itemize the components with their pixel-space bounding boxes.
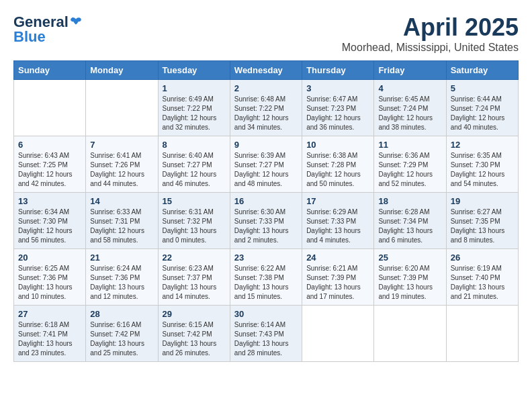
day-number: 13: [18, 196, 81, 206]
calendar-cell: 20Sunrise: 6:25 AM Sunset: 7:36 PM Dayli…: [14, 249, 86, 306]
weekday-header-saturday: Saturday: [446, 61, 518, 80]
calendar-cell: 26Sunrise: 6:19 AM Sunset: 7:40 PM Dayli…: [446, 249, 518, 306]
day-number: 6: [18, 140, 81, 150]
weekday-header-thursday: Thursday: [302, 61, 374, 80]
day-number: 15: [163, 196, 226, 206]
day-number: 27: [18, 309, 81, 319]
calendar-cell: 15Sunrise: 6:31 AM Sunset: 7:32 PM Dayli…: [158, 193, 230, 249]
calendar-cell: 27Sunrise: 6:18 AM Sunset: 7:41 PM Dayli…: [14, 306, 86, 362]
calendar-cell: 13Sunrise: 6:34 AM Sunset: 7:30 PM Dayli…: [14, 193, 86, 249]
day-number: 25: [378, 253, 441, 263]
day-info: Sunrise: 6:30 AM Sunset: 7:33 PM Dayligh…: [234, 208, 298, 245]
calendar-cell: 30Sunrise: 6:14 AM Sunset: 7:43 PM Dayli…: [230, 306, 302, 362]
calendar-table: SundayMondayTuesdayWednesdayThursdayFrid…: [13, 60, 519, 362]
day-number: 18: [378, 196, 441, 206]
calendar-cell: 7Sunrise: 6:41 AM Sunset: 7:26 PM Daylig…: [86, 136, 158, 193]
calendar-cell: 24Sunrise: 6:21 AM Sunset: 7:39 PM Dayli…: [302, 249, 374, 306]
calendar-week-row: 1Sunrise: 6:49 AM Sunset: 7:22 PM Daylig…: [14, 80, 519, 136]
page-header: General Blue April 2025 Moorhead, Missis…: [13, 13, 519, 54]
day-number: 20: [18, 253, 81, 263]
day-info: Sunrise: 6:15 AM Sunset: 7:42 PM Dayligh…: [163, 320, 226, 358]
calendar-header-row: SundayMondayTuesdayWednesdayThursdayFrid…: [14, 61, 519, 80]
calendar-cell: [302, 306, 374, 362]
day-info: Sunrise: 6:29 AM Sunset: 7:33 PM Dayligh…: [306, 208, 369, 245]
day-number: 4: [378, 83, 441, 93]
day-number: 14: [90, 196, 153, 206]
day-number: 19: [451, 196, 514, 206]
calendar-cell: [86, 80, 158, 136]
day-info: Sunrise: 6:45 AM Sunset: 7:24 PM Dayligh…: [378, 95, 441, 132]
weekday-header-tuesday: Tuesday: [158, 61, 230, 80]
day-info: Sunrise: 6:44 AM Sunset: 7:24 PM Dayligh…: [451, 95, 514, 132]
day-info: Sunrise: 6:47 AM Sunset: 7:23 PM Dayligh…: [306, 95, 369, 132]
calendar-cell: 4Sunrise: 6:45 AM Sunset: 7:24 PM Daylig…: [374, 80, 446, 136]
calendar-week-row: 20Sunrise: 6:25 AM Sunset: 7:36 PM Dayli…: [14, 249, 519, 306]
day-number: 5: [451, 83, 514, 93]
day-info: Sunrise: 6:22 AM Sunset: 7:38 PM Dayligh…: [234, 264, 298, 302]
day-info: Sunrise: 6:14 AM Sunset: 7:43 PM Dayligh…: [234, 320, 298, 358]
day-info: Sunrise: 6:41 AM Sunset: 7:26 PM Dayligh…: [90, 151, 153, 189]
calendar-cell: 11Sunrise: 6:36 AM Sunset: 7:29 PM Dayli…: [374, 136, 446, 193]
logo-blue: Blue: [13, 28, 46, 46]
day-number: 3: [306, 83, 369, 93]
calendar-cell: [446, 306, 518, 362]
day-number: 24: [306, 253, 369, 263]
logo: General Blue: [13, 13, 82, 46]
day-info: Sunrise: 6:48 AM Sunset: 7:22 PM Dayligh…: [234, 95, 298, 132]
calendar-cell: 10Sunrise: 6:38 AM Sunset: 7:28 PM Dayli…: [302, 136, 374, 193]
calendar-cell: 14Sunrise: 6:33 AM Sunset: 7:31 PM Dayli…: [86, 193, 158, 249]
calendar-week-row: 27Sunrise: 6:18 AM Sunset: 7:41 PM Dayli…: [14, 306, 519, 362]
calendar-cell: 1Sunrise: 6:49 AM Sunset: 7:22 PM Daylig…: [158, 80, 230, 136]
calendar-cell: 28Sunrise: 6:16 AM Sunset: 7:42 PM Dayli…: [86, 306, 158, 362]
calendar-cell: 9Sunrise: 6:39 AM Sunset: 7:27 PM Daylig…: [230, 136, 302, 193]
calendar-cell: 21Sunrise: 6:24 AM Sunset: 7:36 PM Dayli…: [86, 249, 158, 306]
calendar-cell: 17Sunrise: 6:29 AM Sunset: 7:33 PM Dayli…: [302, 193, 374, 249]
calendar-week-row: 13Sunrise: 6:34 AM Sunset: 7:30 PM Dayli…: [14, 193, 519, 249]
calendar-cell: 6Sunrise: 6:43 AM Sunset: 7:25 PM Daylig…: [14, 136, 86, 193]
day-info: Sunrise: 6:16 AM Sunset: 7:42 PM Dayligh…: [90, 320, 153, 358]
weekday-header-wednesday: Wednesday: [230, 61, 302, 80]
weekday-header-monday: Monday: [86, 61, 158, 80]
calendar-cell: 18Sunrise: 6:28 AM Sunset: 7:34 PM Dayli…: [374, 193, 446, 249]
day-info: Sunrise: 6:24 AM Sunset: 7:36 PM Dayligh…: [90, 264, 153, 302]
calendar-cell: 25Sunrise: 6:20 AM Sunset: 7:39 PM Dayli…: [374, 249, 446, 306]
day-number: 22: [163, 253, 226, 263]
calendar-cell: 2Sunrise: 6:48 AM Sunset: 7:22 PM Daylig…: [230, 80, 302, 136]
day-info: Sunrise: 6:28 AM Sunset: 7:34 PM Dayligh…: [378, 208, 441, 245]
day-info: Sunrise: 6:19 AM Sunset: 7:40 PM Dayligh…: [451, 264, 514, 302]
calendar-cell: 5Sunrise: 6:44 AM Sunset: 7:24 PM Daylig…: [446, 80, 518, 136]
day-info: Sunrise: 6:25 AM Sunset: 7:36 PM Dayligh…: [18, 264, 81, 302]
day-info: Sunrise: 6:20 AM Sunset: 7:39 PM Dayligh…: [378, 264, 441, 302]
day-number: 30: [234, 309, 298, 319]
day-number: 12: [451, 140, 514, 150]
day-info: Sunrise: 6:36 AM Sunset: 7:29 PM Dayligh…: [378, 151, 441, 189]
calendar-cell: 22Sunrise: 6:23 AM Sunset: 7:37 PM Dayli…: [158, 249, 230, 306]
day-info: Sunrise: 6:23 AM Sunset: 7:37 PM Dayligh…: [163, 264, 226, 302]
day-number: 28: [90, 309, 153, 319]
calendar-cell: 23Sunrise: 6:22 AM Sunset: 7:38 PM Dayli…: [230, 249, 302, 306]
day-info: Sunrise: 6:38 AM Sunset: 7:28 PM Dayligh…: [306, 151, 369, 189]
day-info: Sunrise: 6:34 AM Sunset: 7:30 PM Dayligh…: [18, 208, 81, 245]
day-info: Sunrise: 6:39 AM Sunset: 7:27 PM Dayligh…: [234, 151, 298, 189]
day-info: Sunrise: 6:35 AM Sunset: 7:30 PM Dayligh…: [451, 151, 514, 189]
location: Moorhead, Mississippi, United States: [342, 42, 519, 54]
day-info: Sunrise: 6:40 AM Sunset: 7:27 PM Dayligh…: [163, 151, 226, 189]
logo-bird-icon: [70, 16, 82, 28]
day-number: 1: [163, 83, 226, 93]
title-block: April 2025 Moorhead, Mississippi, United…: [342, 13, 519, 54]
calendar-cell: [14, 80, 86, 136]
calendar-cell: 16Sunrise: 6:30 AM Sunset: 7:33 PM Dayli…: [230, 193, 302, 249]
calendar-cell: 19Sunrise: 6:27 AM Sunset: 7:35 PM Dayli…: [446, 193, 518, 249]
calendar-cell: 12Sunrise: 6:35 AM Sunset: 7:30 PM Dayli…: [446, 136, 518, 193]
day-number: 2: [234, 83, 298, 93]
day-number: 7: [90, 140, 153, 150]
calendar-cell: [374, 306, 446, 362]
calendar-cell: 3Sunrise: 6:47 AM Sunset: 7:23 PM Daylig…: [302, 80, 374, 136]
calendar-cell: 8Sunrise: 6:40 AM Sunset: 7:27 PM Daylig…: [158, 136, 230, 193]
day-info: Sunrise: 6:33 AM Sunset: 7:31 PM Dayligh…: [90, 208, 153, 245]
day-info: Sunrise: 6:31 AM Sunset: 7:32 PM Dayligh…: [163, 208, 226, 245]
weekday-header-friday: Friday: [374, 61, 446, 80]
day-number: 9: [234, 140, 298, 150]
day-info: Sunrise: 6:18 AM Sunset: 7:41 PM Dayligh…: [18, 320, 81, 358]
day-number: 17: [306, 196, 369, 206]
